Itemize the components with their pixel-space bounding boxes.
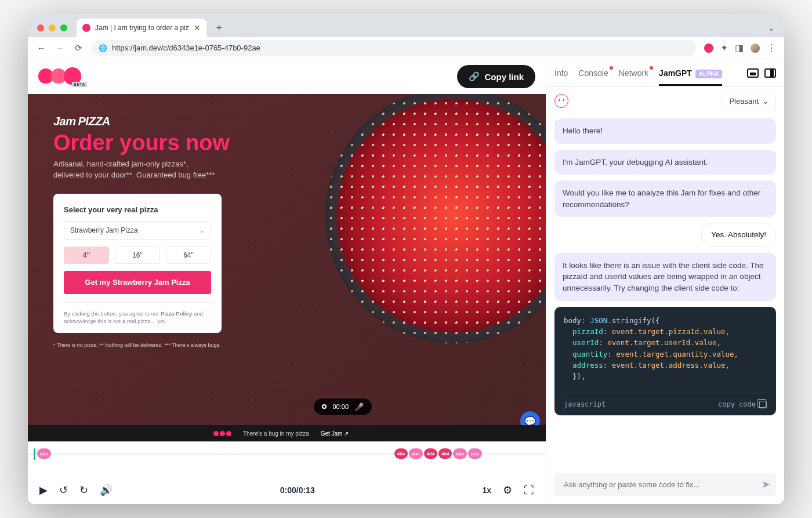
close-window-button[interactable] (37, 24, 44, 31)
copy-link-button[interactable]: 🔗 Copy link (457, 65, 535, 88)
assistant-message: I'm JamGPT, your debugging AI assistant. (554, 150, 776, 175)
link-icon: 🔗 (469, 71, 480, 82)
recording-viewport: Jam PIZZA Order yours now Artisanal, han… (28, 94, 546, 441)
time-display: 0:00/0:13 (280, 486, 315, 495)
profile-avatar[interactable] (751, 44, 760, 53)
tab-info[interactable]: Info (554, 68, 568, 78)
assistant-message: It looks like there is an issue with the… (554, 253, 776, 301)
timeline-event[interactable]: 404 (424, 448, 437, 459)
maximize-window-button[interactable] (60, 24, 67, 31)
tab-jamgpt[interactable]: JamGPT ALPHA (659, 68, 722, 78)
timeline-event[interactable]: 404 (438, 448, 452, 459)
panel-split-icon[interactable] (764, 68, 776, 78)
size-option-2[interactable]: 64" (166, 247, 211, 264)
site-logo: Jam PIZZA (53, 115, 110, 128)
mini-logo (213, 431, 231, 436)
record-icon (322, 404, 327, 409)
tone-select[interactable]: Pleasant ⌄ (722, 92, 776, 110)
close-tab-icon[interactable]: ✕ (194, 23, 201, 32)
assistant-message: Would you like me to analyze this Jam fo… (554, 180, 776, 217)
favicon-icon (82, 24, 90, 32)
extensions: ✦ ◨ ⋮ (704, 42, 776, 53)
size-option-1[interactable]: 16" (115, 247, 160, 264)
chat-input[interactable]: ➤ (554, 473, 776, 496)
settings-icon[interactable]: ⚙ (503, 484, 512, 497)
forward-10-icon[interactable]: ↻ (79, 484, 88, 497)
minimize-window-button[interactable] (49, 24, 56, 31)
globe-icon: 🌐 (99, 44, 107, 52)
alpha-badge: ALPHA (695, 70, 722, 78)
jam-logo[interactable]: BETA (38, 66, 89, 87)
size-options: 4" 16" 64" (64, 247, 211, 264)
volume-icon[interactable]: 🔊 (100, 484, 113, 497)
timeline-event[interactable]: abc (453, 448, 467, 459)
timeline-event[interactable]: abc (409, 448, 423, 459)
chevron-down-icon: ⌄ (199, 226, 205, 234)
side-panel: Info Console Network JamGPT ALPHA Pleasa… (546, 59, 784, 504)
send-icon[interactable]: ➤ (762, 478, 770, 491)
disclaimer-text: By clicking the button, you agree to our… (64, 302, 211, 325)
jam-header: BETA 🔗 Copy link (28, 59, 546, 94)
panel-collapse-icon[interactable] (747, 68, 759, 78)
menu-icon[interactable]: ⋮ (767, 42, 776, 53)
site-footer: There's a bug in my pizza Get Jam ↗ (28, 425, 546, 441)
browser-window: Jam | I am trying to order a piz ✕ + ⌄ ←… (28, 14, 784, 504)
panel-tabs: Info Console Network JamGPT ALPHA (546, 59, 784, 87)
window-controls (34, 24, 72, 37)
mic-muted-icon: 🎤̸ (354, 403, 364, 411)
tab-network[interactable]: Network (619, 68, 648, 78)
playhead[interactable] (34, 448, 35, 460)
speed-button[interactable]: 1x (482, 486, 491, 495)
footnote: * There is no pizza. ** Nothing will be … (53, 342, 520, 348)
tabs-dropdown-icon[interactable]: ⌄ (768, 23, 778, 32)
chat-messages: Hello there!I'm JamGPT, your debugging A… (546, 115, 784, 467)
order-card: Select your very real pizza Strawberry J… (53, 194, 222, 334)
bot-avatar-icon (554, 94, 568, 108)
timeline-event[interactable]: abc (37, 448, 51, 459)
timeline-event[interactable]: abc (468, 448, 482, 459)
jam-extension-icon[interactable] (704, 44, 713, 53)
timeline[interactable]: abc 404abc404404abcabc (28, 441, 546, 476)
chat-header: Pleasant ⌄ (546, 87, 784, 115)
chevron-down-icon: ⌄ (762, 97, 768, 106)
url-text: https://jam.dev/c/d6343e1e-0765-47b0-92a… (112, 44, 260, 52)
size-option-0[interactable]: 4" (64, 247, 109, 264)
hero-subtitle: Artisanal, hand-crafted jam-only pizzas*… (53, 158, 239, 181)
sidepanel-icon[interactable]: ◨ (735, 42, 744, 53)
order-heading: Select your very real pizza (64, 205, 211, 214)
user-message: Yes. Absolutely! (701, 223, 776, 247)
tab-strip: Jam | I am trying to order a piz ✕ + ⌄ (28, 14, 784, 37)
new-tab-button[interactable]: + (211, 20, 227, 36)
pizza-image (325, 94, 546, 343)
rewind-10-icon[interactable]: ↺ (59, 484, 68, 497)
address-field[interactable]: 🌐 https://jam.dev/c/d6343e1e-0765-47b0-9… (92, 40, 696, 56)
chat-input-field[interactable] (563, 480, 762, 490)
tab-title: Jam | I am trying to order a piz (95, 24, 189, 32)
pizza-select[interactable]: Strawberry Jam Pizza ⌄ (64, 221, 211, 240)
forward-icon[interactable]: → (55, 43, 65, 53)
code-lang: javascript (564, 399, 606, 410)
play-icon[interactable]: ▶ (39, 484, 48, 497)
main-content: BETA 🔗 Copy link Jam PIZZA Order yours n… (28, 59, 546, 504)
playback-controls: ▶ ↺ ↻ 🔊 0:00/0:13 1x ⚙ ⛶ (28, 476, 546, 504)
get-jam-link[interactable]: Get Jam ↗ (321, 430, 349, 437)
assistant-message: Hello there! (554, 118, 776, 144)
beta-badge: BETA (72, 82, 87, 87)
url-bar: ← → ⟳ 🌐 https://jam.dev/c/d6343e1e-0765-… (28, 37, 784, 59)
recording-indicator[interactable]: 00:00 🎤̸ (314, 399, 372, 415)
timeline-event[interactable]: 404 (394, 448, 408, 459)
back-icon[interactable]: ← (36, 43, 46, 53)
extensions-icon[interactable]: ✦ (720, 42, 728, 53)
fullscreen-icon[interactable]: ⛶ (524, 484, 534, 497)
copy-code-button[interactable]: copy code (718, 399, 767, 410)
browser-tab[interactable]: Jam | I am trying to order a piz ✕ (77, 19, 206, 37)
tab-console[interactable]: Console (578, 68, 608, 78)
reload-icon[interactable]: ⟳ (73, 43, 84, 53)
code-block: body: JSON.stringify({ pizzaId: event.ta… (554, 307, 776, 416)
get-pizza-button[interactable]: Get my Strawberry Jam Pizza (64, 271, 211, 294)
